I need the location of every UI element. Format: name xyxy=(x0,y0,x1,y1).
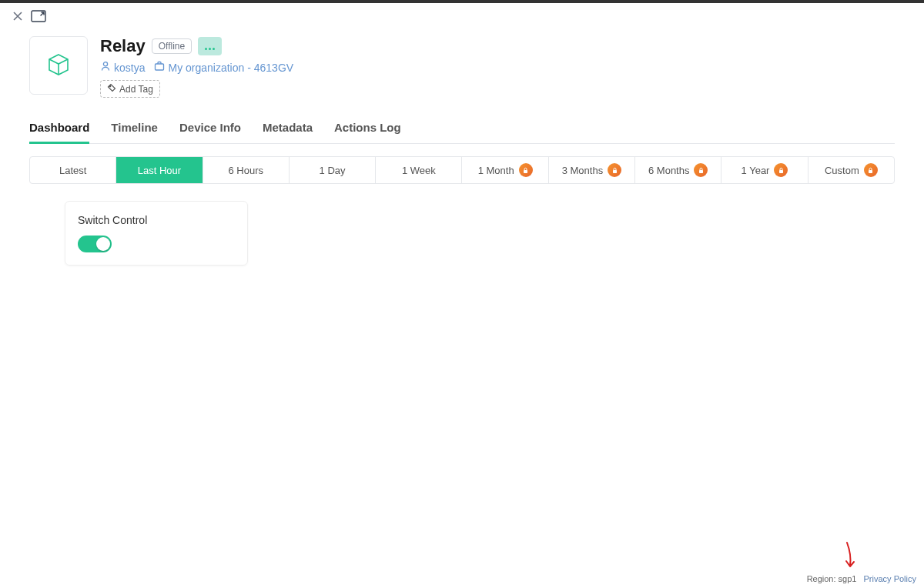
tabs: Dashboard Timeline Device Info Metadata … xyxy=(29,113,895,144)
time-range-3-months[interactable]: 3 Months xyxy=(549,157,635,183)
time-range-custom[interactable]: Custom xyxy=(808,157,894,183)
cube-icon xyxy=(45,52,72,80)
footer: Region: sgp1 Privacy Policy xyxy=(807,574,916,583)
time-range-1-week[interactable]: 1 Week xyxy=(376,157,462,183)
time-range-last-hour[interactable]: Last Hour xyxy=(116,157,203,183)
privacy-policy-link[interactable]: Privacy Policy xyxy=(864,574,916,583)
time-range-selector: Latest Last Hour 6 Hours 1 Day 1 Week 1 … xyxy=(29,156,895,184)
lock-icon xyxy=(774,163,788,177)
region-label: Region: xyxy=(807,574,836,583)
lock-icon xyxy=(694,163,708,177)
time-range-1-day[interactable]: 1 Day xyxy=(290,157,376,183)
tab-timeline[interactable]: Timeline xyxy=(111,113,158,143)
switch-control-toggle[interactable] xyxy=(78,236,112,252)
add-tag-button[interactable]: Add Tag xyxy=(100,80,160,98)
svg-rect-6 xyxy=(699,170,703,173)
add-tag-label: Add Tag xyxy=(119,84,153,95)
more-icon xyxy=(204,40,216,52)
time-range-latest[interactable]: Latest xyxy=(30,157,116,183)
toggle-knob xyxy=(96,237,110,251)
lock-icon xyxy=(608,163,621,177)
svg-rect-7 xyxy=(779,170,783,173)
user-icon xyxy=(100,61,111,74)
switch-control-title: Switch Control xyxy=(78,214,235,226)
svg-rect-4 xyxy=(524,170,527,173)
lock-icon xyxy=(519,163,533,177)
tab-device-info[interactable]: Device Info xyxy=(179,113,241,143)
page-header: Relay Offline kostya My organiza xyxy=(29,36,895,98)
status-badge: Offline xyxy=(152,38,192,54)
region-value: sgp1 xyxy=(839,574,857,583)
window-controls xyxy=(0,3,924,32)
time-range-6-hours[interactable]: 6 Hours xyxy=(203,157,290,183)
svg-rect-8 xyxy=(869,170,872,173)
tag-icon xyxy=(107,83,116,95)
arrow-annotation xyxy=(839,541,858,574)
more-button[interactable] xyxy=(198,37,222,55)
time-range-1-month[interactable]: 1 Month xyxy=(462,157,548,183)
page-title: Relay xyxy=(100,36,146,56)
svg-point-3 xyxy=(109,85,111,87)
svg-rect-2 xyxy=(156,64,164,70)
briefcase-icon xyxy=(154,61,165,74)
tab-dashboard[interactable]: Dashboard xyxy=(29,113,89,144)
lock-icon xyxy=(864,163,878,177)
close-icon[interactable] xyxy=(11,9,25,25)
user-label: kostya xyxy=(114,62,145,74)
organization-label: My organization - 4613GV xyxy=(168,62,293,74)
tab-metadata[interactable]: Metadata xyxy=(263,113,313,143)
device-icon-box xyxy=(29,36,88,95)
organization-link[interactable]: My organization - 4613GV xyxy=(154,61,293,74)
svg-point-1 xyxy=(103,62,107,66)
page-content: Relay Offline kostya My organiza xyxy=(0,36,924,266)
switch-control-widget: Switch Control xyxy=(65,201,248,266)
time-range-6-months[interactable]: 6 Months xyxy=(635,157,721,183)
svg-rect-5 xyxy=(613,170,617,173)
time-range-1-year[interactable]: 1 Year xyxy=(721,157,808,183)
tab-actions-log[interactable]: Actions Log xyxy=(334,113,401,143)
fullscreen-icon[interactable] xyxy=(31,10,46,25)
user-link[interactable]: kostya xyxy=(100,61,145,74)
